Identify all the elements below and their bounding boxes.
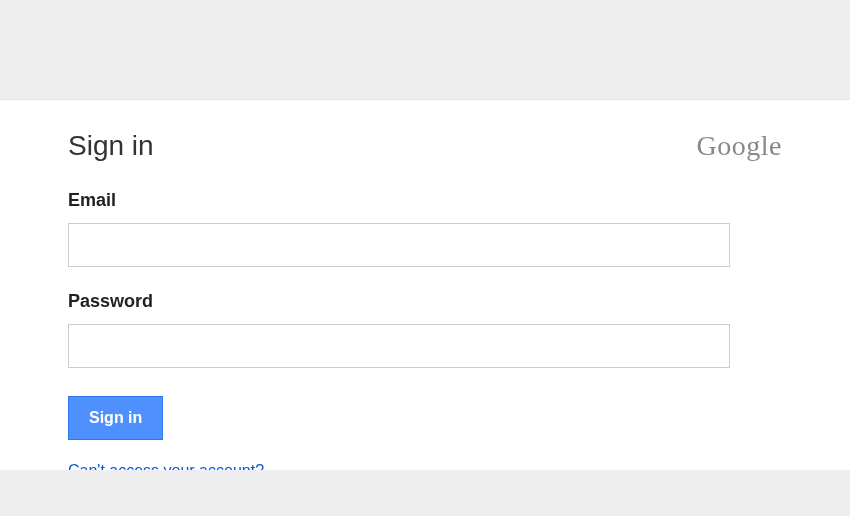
page-title: Sign in: [68, 130, 154, 162]
email-field[interactable]: [68, 223, 730, 267]
email-label: Email: [68, 190, 782, 211]
signin-button[interactable]: Sign in: [68, 396, 163, 440]
google-logo: Google: [697, 130, 782, 162]
signin-panel: Sign in Google Email Password Sign in Ca…: [0, 100, 850, 480]
password-group: Password: [68, 291, 782, 368]
top-band: [0, 0, 850, 100]
password-field[interactable]: [68, 324, 730, 368]
email-group: Email: [68, 190, 782, 267]
password-label: Password: [68, 291, 782, 312]
bottom-band: [0, 470, 850, 516]
header-row: Sign in Google: [68, 130, 782, 162]
